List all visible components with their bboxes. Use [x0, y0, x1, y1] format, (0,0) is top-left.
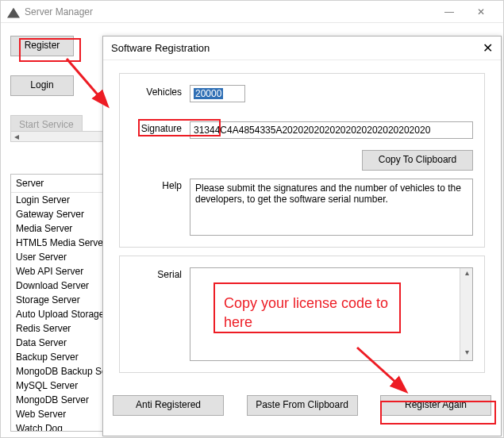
vehicles-value: 20000 — [194, 88, 223, 99]
scroll-left-icon[interactable]: ◂ — [11, 131, 22, 142]
signature-label: Signature — [131, 121, 190, 134]
scroll-down-icon[interactable]: ▾ — [460, 348, 473, 360]
group-vehicles-signature: Vehicles 20000 Signature 31344C4A4854335… — [119, 73, 485, 248]
register-button[interactable]: Register — [10, 36, 74, 56]
help-text: Please submit the signatures and the num… — [190, 179, 473, 236]
main-window-title: Server Manager — [25, 6, 433, 17]
dialog-close-button[interactable]: ✕ — [469, 40, 493, 56]
software-registration-dialog: Software Registration ✕ Vehicles 20000 S… — [102, 36, 502, 436]
register-again-button[interactable]: Register Again — [380, 395, 491, 416]
main-titlebar: Server Manager — ✕ — [1, 1, 503, 23]
dialog-title: Software Registration — [111, 42, 469, 54]
paste-from-clipboard-button[interactable]: Paste From Clipboard — [247, 395, 358, 416]
minimize-button[interactable]: — — [433, 6, 465, 17]
help-label: Help — [131, 179, 190, 191]
app-icon — [7, 6, 20, 18]
serial-scrollbar[interactable]: ▴ ▾ — [460, 268, 472, 360]
login-button[interactable]: Login — [10, 75, 74, 96]
close-button[interactable]: ✕ — [465, 6, 497, 17]
group-serial: Serial ▴ ▾ — [119, 256, 485, 373]
signature-input[interactable]: 31344C4A4854335A202020202020202020202020… — [190, 121, 473, 139]
dialog-footer: Anti Registered Paste From Clipboard Reg… — [103, 389, 501, 427]
dialog-body: Vehicles 20000 Signature 31344C4A4854335… — [103, 60, 501, 389]
serial-label: Serial — [131, 267, 190, 280]
copy-to-clipboard-button[interactable]: Copy To Clipboard — [362, 150, 473, 171]
vehicles-label: Vehicles — [131, 85, 190, 98]
serial-textarea[interactable]: ▴ ▾ — [190, 267, 473, 361]
scroll-up-icon[interactable]: ▴ — [460, 268, 473, 281]
vehicles-input[interactable]: 20000 — [190, 85, 245, 102]
anti-registered-button[interactable]: Anti Registered — [113, 395, 224, 416]
dialog-titlebar: Software Registration ✕ — [103, 36, 501, 60]
